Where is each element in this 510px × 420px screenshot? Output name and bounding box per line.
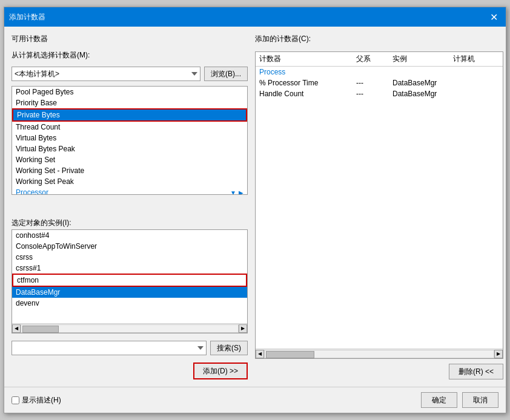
machine-select-label: 从计算机选择计数器(M): [12,50,248,61]
list-item[interactable]: Working Set - Private [12,165,247,176]
search-row: 搜索(S) [12,341,248,355]
right-hscroll-left[interactable]: ◀ [256,350,264,358]
table-row-handle-count[interactable]: Handle Count --- DataBaseMgr [256,88,503,99]
cell-parent: --- [355,78,391,88]
list-item-private-bytes[interactable]: Private Bytes [12,108,247,122]
list-item-csrss1[interactable]: csrss#1 [12,263,247,274]
list-item-devenv[interactable]: devenv [12,298,247,309]
ok-button[interactable]: 确定 [421,392,457,408]
show-desc-text: 显示描述(H) [22,395,61,405]
list-item-conhost[interactable]: conhost#4 [12,230,247,241]
list-item[interactable]: Working Set [12,154,247,165]
hscroll-track[interactable] [21,324,239,333]
available-counters-label: 可用计数器 [12,34,248,44]
list-item-csrss[interactable]: csrss [12,252,247,263]
left-panel: 可用计数器 从计算机选择计数器(M): <本地计算机> 浏览(B)... Poo… [12,34,248,379]
list-item-databasemgr[interactable]: DataBaseMgr [12,287,247,298]
cell-machine [452,89,500,99]
dialog-body: 可用计数器 从计算机选择计数器(M): <本地计算机> 浏览(B)... Poo… [4,27,506,387]
cell-counter: % Processor Time [258,78,355,88]
bottom-row: 显示描述(H) 确定 取消 [4,387,506,413]
list-item-ctfmon[interactable]: ctfmon [12,274,247,287]
right-hscroll-right[interactable]: ▶ [494,350,503,358]
instances-label: 选定对象的实例(I): [12,218,248,228]
add-button[interactable]: 添加(D) >> [193,363,248,379]
right-container: 计数器 父系 实例 计算机 Process % Processor Time -… [255,51,503,359]
added-counters-label: 添加的计数器(C): [255,34,503,44]
cell-counter: Handle Count [258,89,355,99]
search-select[interactable] [12,341,207,355]
list-item-processor[interactable]: Processor ▼▶ [12,187,247,194]
browse-button[interactable]: 浏览(B)... [204,67,248,81]
close-button[interactable]: ✕ [486,10,501,24]
table-body[interactable]: Process % Processor Time --- DataBaseMgr… [256,67,503,349]
list-item[interactable]: Working Set Peak [12,176,247,187]
cell-parent: --- [355,89,391,99]
instances-section: 选定对象的实例(I): conhost#4 ConsoleAppToWinSer… [12,218,248,333]
right-hscroll-thumb[interactable] [266,351,314,358]
cell-counter: Process [258,67,355,77]
bottom-right: 确定 取消 [421,392,498,408]
cancel-button[interactable]: 取消 [462,392,498,408]
list-item[interactable]: Virtual Bytes Peak [12,143,247,154]
search-button[interactable]: 搜索(S) [210,341,248,355]
hscroll-right-arrow[interactable]: ▶ [239,324,247,333]
instances-inner[interactable]: conhost#4 ConsoleAppToWinServer csrss cs… [12,230,247,323]
instances-hscroll[interactable]: ◀ ▶ [12,323,247,333]
show-desc-label[interactable]: 显示描述(H) [12,395,61,405]
machine-select[interactable]: <本地计算机> [12,67,200,81]
table-header: 计数器 父系 实例 计算机 [256,52,503,67]
dialog: 添加计数器 ✕ 可用计数器 从计算机选择计数器(M): <本地计算机> 浏览(B… [4,7,506,413]
list-item[interactable]: Virtual Bytes [12,133,247,143]
title-bar: 添加计数器 ✕ [4,7,506,27]
cell-instance: DataBaseMgr [391,78,452,88]
list-item-consoleapp[interactable]: ConsoleAppToWinServer [12,241,247,252]
col-parent: 父系 [355,53,391,65]
hscroll-left-arrow[interactable]: ◀ [12,324,21,333]
list-item[interactable]: Thread Count [12,122,247,133]
remove-row: 删除(R) << [255,364,503,379]
show-desc-checkbox[interactable] [12,396,19,404]
bottom-left: 显示描述(H) [12,395,61,405]
right-hscroll-track[interactable] [264,350,494,358]
title-bar-text: 添加计数器 [9,12,45,22]
counters-listbox[interactable]: Pool Paged Bytes Priority Base Private B… [12,86,248,195]
instances-box[interactable]: conhost#4 ConsoleAppToWinServer csrss cs… [12,229,248,333]
right-panel: 添加的计数器(C): 计数器 父系 实例 计算机 Process [255,34,503,379]
col-machine: 计算机 [452,53,500,65]
counters-list-inner[interactable]: Pool Paged Bytes Priority Base Private B… [12,87,247,194]
remove-button[interactable]: 删除(R) << [449,364,503,379]
counters-list-section: Pool Paged Bytes Priority Base Private B… [12,86,248,213]
table-row-process[interactable]: Process [256,67,503,77]
col-counter: 计数器 [258,53,355,65]
right-hscroll[interactable]: ◀ ▶ [256,349,503,358]
cell-machine [452,78,500,88]
col-instance: 实例 [391,53,452,65]
machine-row: <本地计算机> 浏览(B)... [12,67,248,81]
instances-list[interactable]: conhost#4 ConsoleAppToWinServer csrss cs… [12,230,247,323]
table-row-processor-time[interactable]: % Processor Time --- DataBaseMgr [256,77,503,88]
list-item[interactable]: Priority Base [12,97,247,108]
add-row: 添加(D) >> [12,363,248,379]
list-item[interactable]: Pool Paged Bytes [12,87,247,97]
cell-instance: DataBaseMgr [391,89,452,99]
hscroll-thumb[interactable] [22,326,59,333]
